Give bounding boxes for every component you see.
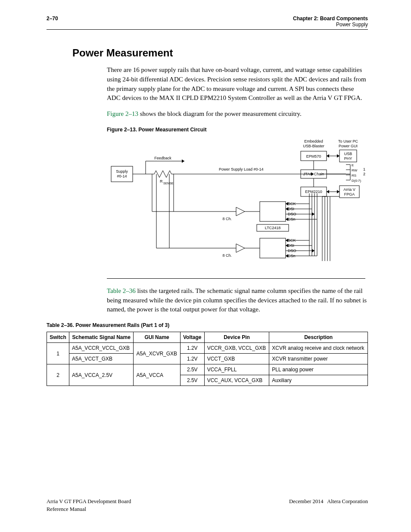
feedback-label: Feedback (154, 156, 171, 160)
svg-text:Arria V: Arria V (343, 187, 355, 192)
footer-doc-subtitle: Reference Manual (47, 506, 131, 513)
cell-schematic: A5A_VCCA_2.5V (69, 364, 134, 386)
svg-text:USB: USB (344, 152, 352, 156)
svg-marker-66 (327, 154, 329, 158)
paragraph-2-rest: shows the block diagram for the power me… (138, 110, 302, 117)
table-reference: Table 2–36 (107, 287, 136, 294)
svg-marker-78 (337, 190, 339, 193)
svg-marker-15 (236, 207, 245, 216)
cell-voltage: 2.5V (180, 375, 204, 386)
power-rails-table: Switch Schematic Signal Name GUI Name Vo… (47, 332, 368, 386)
svg-marker-49 (312, 249, 314, 252)
svg-marker-79 (327, 190, 329, 193)
svg-text:USB-Blaster: USB-Blaster (303, 144, 324, 148)
th-description: Description (269, 332, 368, 343)
table-row: 1 A5A_VCCR_VCCL_GXB A5A_XCVR_GXB 1.2V VC… (47, 343, 368, 354)
th-gui: GUI Name (134, 332, 180, 343)
page-number: 2–70 (47, 16, 58, 22)
figure-caption: Figure 2–13. Power Measurement Circuit (107, 127, 368, 133)
svg-text:Power GUI: Power GUI (339, 144, 358, 148)
psl-label: Power Supply Load #0-14 (219, 167, 264, 171)
footer-corp: Altera Corporation (327, 498, 368, 504)
table-row: 2 A5A_VCCA_2.5V A5A_VCCA 2.5V VCCA_FPLL … (47, 364, 368, 375)
svg-text:FPGA: FPGA (344, 192, 355, 196)
svg-text:8 Ch.: 8 Ch. (222, 253, 232, 258)
paragraph-1: There are 16 power supply rails that hav… (107, 65, 368, 103)
cell-description: XCVR analog receive and clock network (269, 343, 368, 354)
cell-switch: 2 (47, 364, 69, 386)
svg-marker-51 (286, 254, 288, 258)
svg-text:D(0:7): D(0:7) (352, 179, 361, 183)
svg-marker-8 (182, 159, 184, 163)
chapter-title: Chapter 2: Board Components (293, 16, 368, 22)
cell-device-pin: VCCT_GXB (204, 354, 269, 364)
svg-marker-37 (286, 202, 288, 205)
cell-device-pin: VCCA_FPLL (204, 364, 269, 375)
footer-doc-title: Arria V GT FPGA Development Board (47, 498, 131, 506)
table-row: A5A_VCCT_GXB 1.2V VCCT_GXB XCVR transmit… (47, 354, 368, 364)
cell-gui: A5A_VCCA (134, 364, 180, 386)
svg-rect-25 (260, 238, 286, 258)
cell-voltage: 2.5V (180, 364, 204, 375)
footer-date: December 2014 (289, 498, 323, 504)
svg-text:Embedded: Embedded (304, 139, 323, 143)
svg-text:To User PC: To User PC (338, 139, 358, 143)
svg-text:Supply: Supply (116, 169, 128, 174)
cell-description: Auxiliary (269, 375, 368, 386)
th-device-pin: Device Pin (204, 332, 269, 343)
cell-device-pin: VCC_AUX, VCCA_GXB (204, 375, 269, 386)
svg-text:SENSE: SENSE (163, 182, 174, 185)
cell-description: XCVR transmitter power (269, 354, 368, 364)
section-name: Power Supply (293, 22, 368, 28)
cell-description: PLL analog power (269, 364, 368, 375)
svg-text:R: R (160, 179, 163, 184)
page-footer: Arria V GT FPGA Development Board Refere… (47, 498, 368, 513)
svg-marker-43 (286, 218, 288, 221)
svg-text:RS: RS (352, 174, 356, 177)
svg-text:PHY: PHY (344, 156, 352, 161)
svg-marker-39 (286, 207, 288, 211)
cell-voltage: 1.2V (180, 343, 204, 354)
svg-marker-41 (312, 212, 314, 216)
svg-rect-24 (260, 202, 286, 221)
figure-diagram: Supply #0-14 Feedback Power Supply Load … (107, 136, 365, 279)
svg-marker-45 (286, 239, 288, 242)
svg-text:#0-14: #0-14 (117, 174, 127, 178)
th-schematic: Schematic Signal Name (69, 332, 134, 343)
svg-marker-21 (236, 244, 245, 252)
svg-text:8 Ch.: 8 Ch. (222, 217, 232, 221)
cell-gui: A5A_XCVR_GXB (134, 343, 180, 364)
paragraph-3: Table 2–36 lists the targeted rails. The… (107, 286, 368, 314)
cell-device-pin: VCCR_GXB, VCCL_GXB (204, 343, 269, 354)
svg-text:E: E (352, 163, 354, 167)
cell-schematic: A5A_VCCR_VCCL_GXB (69, 343, 134, 354)
table-header-row: Switch Schematic Signal Name GUI Name Vo… (47, 332, 368, 343)
cell-schematic: A5A_VCCT_GXB (69, 354, 134, 364)
paragraph-2: Figure 2–13 shows the block diagram for … (107, 109, 368, 119)
cell-voltage: 1.2V (180, 354, 204, 364)
svg-text:14-pin: 14-pin (363, 167, 365, 171)
svg-text:RW: RW (352, 168, 358, 172)
svg-marker-47 (286, 244, 288, 247)
svg-text:LTC2418: LTC2418 (265, 226, 280, 230)
th-switch: Switch (47, 332, 69, 343)
th-voltage: Voltage (180, 332, 204, 343)
paragraph-3-rest: lists the targeted rails. The schematic … (107, 287, 367, 313)
svg-marker-65 (337, 154, 339, 158)
figure-reference: Figure 2–13 (107, 110, 138, 117)
svg-text:EPM570: EPM570 (306, 154, 321, 159)
svg-text:2x16 LCD: 2x16 LCD (363, 172, 365, 176)
table-caption: Table 2–36. Power Measurement Rails (Par… (47, 322, 368, 328)
cell-switch: 1 (47, 343, 69, 364)
svg-text:EPM2210: EPM2210 (305, 190, 322, 194)
page-header: 2–70 Chapter 2: Board Components Power S… (47, 16, 368, 30)
section-heading: Power Measurement (72, 47, 368, 59)
